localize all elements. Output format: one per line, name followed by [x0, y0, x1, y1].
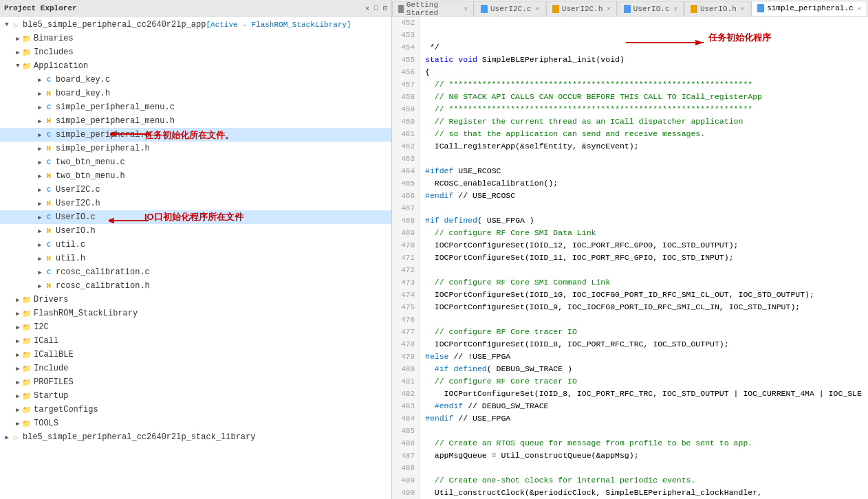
tree-item-UserI2C_h[interactable]: ▶HUserI2C.h [0, 197, 391, 210]
tree-item-label: Includes [34, 47, 74, 57]
tree-item-root[interactable]: ▼▷ble5_simple_peripheral_cc2640r2lp_app … [0, 18, 391, 32]
panel-min-icon[interactable]: □ [374, 4, 378, 12]
tab-simple_peripheral_c[interactable]: simple_peripheral.c✕ [751, 1, 867, 16]
expand-icon: ▶ [14, 351, 22, 359]
tree-item-simple_peripheral_c[interactable]: ▶Csimple_peripheral.c [0, 128, 391, 142]
tree-item-two_btn_menu_h[interactable]: ▶Htwo_btn_menu.h [0, 169, 391, 183]
code-line-466: #if defined( USE_FPGA ) [425, 214, 862, 227]
tab-file-icon [481, 5, 488, 13]
expand-icon: ▶ [36, 89, 44, 98]
code-line-461 [425, 153, 862, 165]
tab-UserI2C_c[interactable]: UserI2C.c✕ [475, 1, 545, 16]
expand-icon: ▶ [36, 186, 44, 194]
c-file-icon: C [44, 240, 54, 250]
tree-item-rcosc_calibration_c[interactable]: ▶Crcosc_calibration.c [0, 265, 391, 279]
tree-item-label: Startup [34, 391, 68, 401]
line-number-455: 455 [396, 54, 415, 66]
line-number-489: 489 [396, 474, 415, 487]
tree-item-application[interactable]: ▼📁Application [0, 59, 391, 73]
code-line-465 [425, 202, 862, 214]
tab-file-icon [624, 5, 631, 13]
line-number-473: 473 [396, 276, 415, 289]
line-number-463: 463 [396, 153, 415, 165]
tree-item-drivers[interactable]: ▶📁Drivers [0, 293, 391, 307]
tree-item-include[interactable]: ▶📁Include [0, 362, 391, 375]
tree-item-profiles[interactable]: ▶📁PROFILES [0, 375, 391, 389]
line-number-485: 485 [396, 425, 415, 437]
tree-item-icallble[interactable]: ▶📁ICallBLE [0, 348, 391, 362]
folder-icon: 📁 [22, 377, 32, 387]
panel-close-icon[interactable]: ✕ [365, 4, 369, 12]
tree-item-simple_peripheral_menu_h[interactable]: ▶Hsimple_peripheral_menu.h [0, 114, 391, 128]
h-file-icon: H [44, 171, 54, 181]
c-file-icon: C [44, 130, 54, 140]
tab-close-icon[interactable]: ✕ [858, 5, 861, 12]
tree-item-UserI2C_c[interactable]: ▶CUserI2C.c [0, 183, 391, 197]
tree-item-includes[interactable]: ▶📁Includes [0, 45, 391, 59]
code-line-476: IOCPortConfigureSet(IOID_8, IOC_PORT_RFC… [425, 338, 862, 351]
folder-icon: 📁 [22, 364, 32, 373]
expand-icon: ▶ [36, 213, 44, 221]
expand-icon: ▶ [14, 378, 22, 386]
line-numbers: 4524534544554564574584594604614624634644… [392, 16, 420, 499]
panel-header: Project Explorer ✕ □ ⊡ [0, 0, 391, 16]
right-panel: Getting Started✕UserI2C.c✕UserI2C.h✕User… [392, 0, 868, 499]
folder-icon: ▷ [11, 20, 21, 30]
tree-item-UserIO_h[interactable]: ▶HUserIO.h [0, 224, 391, 238]
tree-item-flashrom[interactable]: ▶📁FlashROM_StackLibrary [0, 307, 391, 320]
tree-item-targetconfigs[interactable]: ▶📁targetConfigs [0, 403, 391, 417]
tree-item-util_h[interactable]: ▶Hutil.h [0, 252, 391, 265]
tab-close-icon[interactable]: ✕ [464, 5, 468, 12]
tab-label: simple_peripheral.c [767, 4, 853, 12]
tab-close-icon[interactable]: ✕ [535, 5, 539, 12]
line-number-453: 453 [396, 29, 415, 41]
code-area[interactable]: 4524534544554564574584594604614624634644… [392, 16, 868, 499]
tab-label: UserI2C.c [490, 5, 531, 13]
tree-item-tools[interactable]: ▶📁TOOLS [0, 417, 391, 430]
code-line-456: // N0 STACK API CALLS CAN OCCUR BEFORE T… [425, 91, 862, 103]
tab-close-icon[interactable]: ✕ [741, 5, 744, 12]
tab-UserIO_h[interactable]: UserIO.h✕ [684, 1, 750, 16]
tree-item-two_btn_menu_c[interactable]: ▶Ctwo_btn_menu.c [0, 155, 391, 169]
tab-UserI2C_h[interactable]: UserI2C.h✕ [546, 1, 617, 16]
tree-item-i2c[interactable]: ▶📁I2C [0, 320, 391, 334]
tree-item-simple_peripheral_h[interactable]: ▶Hsimple_peripheral.h [0, 142, 391, 155]
tab-UserIO_c[interactable]: UserIO.c✕ [618, 1, 684, 16]
folder-icon: 📁 [22, 391, 32, 401]
line-number-471: 471 [396, 252, 415, 264]
tab-close-icon[interactable]: ✕ [607, 5, 610, 12]
tab-file-icon [691, 5, 697, 13]
expand-icon: ▶ [14, 419, 22, 428]
tab-getting-started[interactable]: Getting Started✕ [392, 1, 474, 16]
tree-badge: [Active - FlashROM_StackLibrary] [206, 21, 351, 29]
tree-item-label: util.h [56, 254, 85, 263]
tab-close-icon[interactable]: ✕ [674, 5, 677, 12]
code-line-484: // Create an RTOS queue for message from… [425, 437, 862, 450]
tree-item-label: UserI2C.h [56, 199, 100, 208]
tree-item-binaries[interactable]: ▶📁Binaries [0, 32, 391, 45]
tree-item-icall[interactable]: ▶📁ICall [0, 334, 391, 348]
tree-item-board_key_h[interactable]: ▶Hboard_key.h [0, 87, 391, 100]
panel-max-icon[interactable]: ⊡ [383, 4, 387, 12]
tree-item-startup[interactable]: ▶📁Startup [0, 389, 391, 403]
line-number-468: 468 [396, 214, 415, 227]
tree-item-util_c[interactable]: ▶Cutil.c [0, 238, 391, 252]
line-number-459: 459 [396, 103, 415, 115]
tab-file-icon [398, 5, 404, 13]
tree-item-board_key_c[interactable]: ▶Cboard_key.c [0, 73, 391, 87]
tree-item-rcosc_calibration_h[interactable]: ▶Hrcosc_calibration.h [0, 279, 391, 293]
tree-item-simple_peripheral_menu_c[interactable]: ▶Csimple_peripheral_menu.c [0, 100, 391, 114]
code-line-464: #endif // USE_RCOSC [425, 190, 862, 202]
code-line-454: { [425, 66, 862, 78]
tree-item-root2[interactable]: ▶▷ble5_simple_peripheral_cc2640r2lp_stac… [0, 430, 391, 444]
line-number-479: 479 [396, 351, 415, 363]
panel-title: Project Explorer [4, 4, 77, 12]
tree-item-UserIO_c[interactable]: ▶CUserIO.c [0, 210, 391, 224]
code-line-472: IOCPortConfigureSet(IOID_10, IOC_IOCFG0_… [425, 289, 862, 301]
code-line-473: IOCPortConfigureSet(IOID_9, IOC_IOCFG0_P… [425, 301, 862, 313]
c-file-icon: C [44, 267, 54, 277]
line-number-469: 469 [396, 227, 415, 239]
code-line-462: #ifdef USE_RCOSC [425, 165, 862, 177]
expand-icon: ▶ [36, 227, 44, 235]
code-line-481: #endif // DEBUG_SW_TRACE [425, 400, 862, 412]
